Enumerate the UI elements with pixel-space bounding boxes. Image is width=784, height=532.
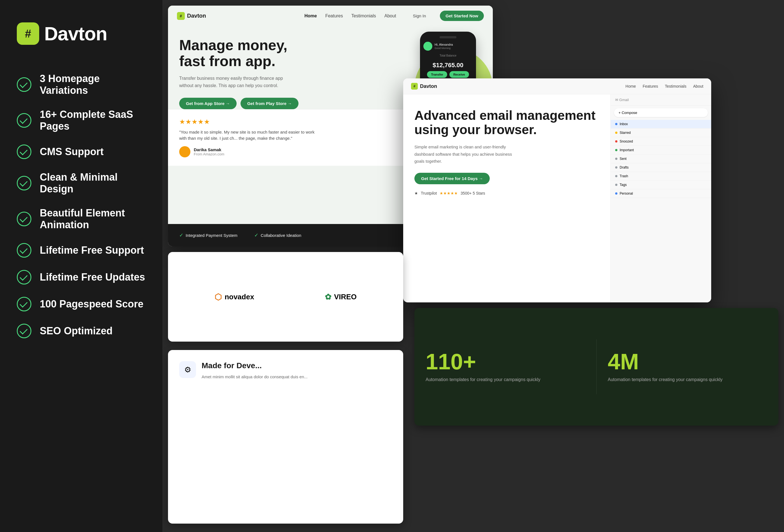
feature-item-saas-pages: 16+ Complete SaaS Pages [17,109,146,132]
sc-phone-user: Hi, AlexandraGood Morning [435,43,453,50]
sc2-inbox-trash[interactable]: Trash [611,172,711,180]
sc-quote: "You made it so simple. My new site is s… [179,129,319,142]
sc2-nav-testimonials: Testimonials [665,84,686,88]
vireo-icon: ✿ [325,292,331,302]
sc2-cta-btn[interactable]: Get Started Free for 14 Days → [414,173,490,184]
feature-label-pagespeed: 100 Pagespeed Score [40,298,143,310]
sc2-nav-links: Home Features Testimonials About [625,84,703,88]
sc2-inbox-sent[interactable]: Sent [611,155,711,163]
sc-get-started-btn[interactable]: Get Started Now [440,11,484,21]
screenshot-devs: ⚙ Made for Deve... Amet minim mollit sit… [168,350,403,524]
check-icon-pagespeed [17,297,31,311]
sc2-inbox-drafts[interactable]: Drafts [611,163,711,172]
right-panel: # Davton Home Features Testimonials Abou… [162,0,784,532]
sc2-right: ✉ Gmail + Compose Inbox Starred Snoozed [610,94,711,302]
sc4-icon: ⚙ [179,361,196,378]
feature-label-clean-design: Clean & Minimal Design [40,171,146,195]
feature-label-seo: SEO Optimized [40,325,113,337]
sc3-brand-vireo: ✿ VIREO [325,292,357,302]
sc2-inbox-important[interactable]: Important [611,146,711,155]
feature-label-cms-support: CMS Support [40,146,104,158]
sc2-trustpilot: ★ Trustpilot ★★★★★ 3500+ 5 Stars [414,191,599,195]
feature-label-homepage-variations: 3 Homepage Variations [40,73,146,96]
sc-balance-label: Total Balance [440,54,456,57]
nav-home: Home [304,13,317,19]
logo-row: # Davton [17,22,146,45]
sc2-desc: Simple email marketing is clean and user… [414,143,521,165]
sc2-nav-home: Home [625,84,636,88]
sc2-inbox-tags[interactable]: Tags [611,180,711,189]
feature-label-free-updates: Lifetime Free Updates [40,271,145,283]
sc2-compose-btn[interactable]: + Compose [614,108,708,117]
left-panel: # Davton 3 Homepage Variations 16+ Compl… [0,0,162,532]
sc-phone-avatar [423,42,432,51]
sc-feature-collab: ✓ Collaborative Ideation [254,232,301,238]
screenshot-partners: ⬡ novadex ✿ VIREO [168,252,403,342]
check-icon-saas-pages [17,113,31,128]
sc-signin-btn[interactable]: Sign In [413,13,426,18]
sc-reviewer-name: Darika Samak [194,147,224,152]
sc2-inbox-starred[interactable]: Starred [611,129,711,137]
check-icon-free-updates [17,270,31,284]
sc5-stat-1: 110+ Automation templates for creating y… [414,339,597,394]
sc2-inbox-inbox[interactable]: Inbox [611,120,711,129]
feature-item-pagespeed: 100 Pagespeed Score [17,297,146,311]
feature-item-free-support: Lifetime Free Support [17,243,146,258]
sc-reviewer-avatar [179,146,190,157]
sc-playstore-btn[interactable]: Get from Play Store → [241,98,299,109]
sc-hero-left: Manage money,fast from app. Transfer bus… [179,37,386,109]
sc3-brand-novadex: ⬡ novadex [215,292,254,302]
feature-item-free-updates: Lifetime Free Updates [17,270,146,284]
sc5-desc-2: Automation templates for creating your c… [608,376,767,383]
check-icon-homepage-variations [17,77,31,92]
sc5-number-1: 110+ [426,351,585,373]
sc-reviewer-from: From Amazon.com [194,152,224,156]
sc-appstore-btn[interactable]: Get from App Store → [179,98,236,109]
feature-label-animation: Beautiful Element Animation [40,207,146,231]
check-icon-seo [17,324,31,338]
sc-nav-links: Home Features Testimonials About [304,13,396,19]
sc2-gmail-bar: ✉ Gmail [611,94,711,106]
check-icon-free-support [17,243,31,258]
logo-icon: # [17,22,39,45]
nav-about: About [385,13,396,19]
sc3-brands: ⬡ novadex ✿ VIREO [168,252,403,342]
sc5-number-2: 4M [608,351,767,373]
sc2-logo: # Davton [411,83,437,90]
sc2-hero-title: Advanced email management using your bro… [414,108,599,137]
nav-features: Features [325,13,343,19]
sc-transfer-btn[interactable]: Transfer [427,71,447,78]
feature-item-homepage-variations: 3 Homepage Variations [17,73,146,96]
feature-item-animation: Beautiful Element Animation [17,207,146,231]
nav-testimonials: Testimonials [352,13,376,19]
sc-hero-buttons: Get from App Store → Get from Play Store… [179,98,386,109]
sc-phone-balance: $12,765.00 [432,62,464,69]
sc2-inbox-personal[interactable]: Personal [611,189,711,198]
feature-label-saas-pages: 16+ Complete SaaS Pages [40,109,146,132]
sc5-desc-1: Automation templates for creating your c… [426,376,585,383]
trustpilot-icon: ★ [414,191,418,195]
feature-item-cms-support: CMS Support [17,144,146,159]
sc2-trust-stars: ★★★★★ [440,191,458,195]
sc2-inbox-snoozed[interactable]: Snoozed [611,137,711,146]
sc2-nav-about: About [693,84,703,88]
sc-hero-title: Manage money,fast from app. [179,37,386,69]
check-icon-cms-support [17,144,31,159]
sc2-navbar: # Davton Home Features Testimonials Abou… [403,78,711,94]
sc4-body: Amet minim mollit sit aliqua dolor do co… [202,373,308,380]
sc-hero-desc: Transfer business money easily through f… [179,75,286,89]
novadex-icon: ⬡ [215,292,222,302]
feature-label-free-support: Lifetime Free Support [40,245,144,256]
sc2-nav-features: Features [643,84,658,88]
feature-item-clean-design: Clean & Minimal Design [17,171,146,195]
sc-receive-btn[interactable]: Receive [449,71,469,78]
screenshot-email-app: # Davton Home Features Testimonials Abou… [403,78,711,302]
feature-list: 3 Homepage Variations 16+ Complete SaaS … [17,73,146,338]
logo-name: Davton [44,23,107,45]
sc-phone-btns: Transfer Receive [427,71,469,78]
sc-phone-notch [440,36,456,38]
sc2-body: Advanced email management using your bro… [403,94,711,302]
check-icon-animation [17,212,31,226]
sc4-title: Made for Deve... [202,361,308,370]
gmail-icon: ✉ Gmail [615,98,629,102]
